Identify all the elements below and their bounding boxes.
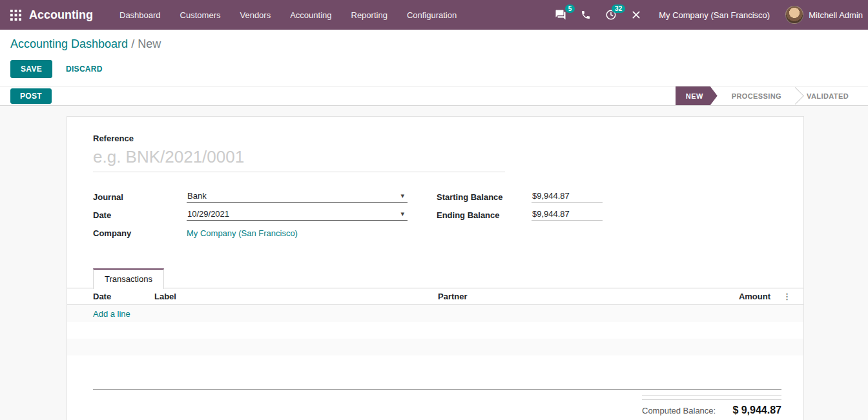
reference-input[interactable] [93, 145, 505, 172]
table-empty-space [67, 355, 803, 389]
activities-badge: 32 [612, 5, 625, 13]
date-value: 10/29/2021 [187, 209, 229, 219]
table-bottom-rule [93, 389, 781, 390]
form-sheet: Reference Journal Bank ▾ Date 10/29/2021… [67, 116, 804, 420]
optional-columns-toggle-icon[interactable]: ⋮ [770, 292, 803, 301]
navbar-right: 5 32 My Company [548, 0, 868, 30]
debug-tools-button[interactable] [624, 0, 648, 30]
empty-row [67, 339, 803, 355]
ending-balance-input[interactable]: $9,944.87 [532, 209, 603, 221]
breadcrumb: Accounting Dashboard / New [10, 37, 858, 51]
form-statusbar: POST NEW PROCESSING VALIDATED [0, 86, 868, 106]
user-menu[interactable]: Mitchell Admin [780, 6, 868, 24]
breadcrumb-parent-link[interactable]: Accounting Dashboard [10, 37, 128, 50]
post-button[interactable]: POST [10, 88, 52, 104]
column-header-partner[interactable]: Partner [438, 292, 696, 301]
form-view-container: Reference Journal Bank ▾ Date 10/29/2021… [0, 106, 868, 420]
main-menu: Dashboard Customers Vendors Accounting R… [110, 0, 466, 30]
starting-balance-label: Starting Balance [437, 192, 532, 202]
top-navbar: Accounting Dashboard Customers Vendors A… [0, 0, 868, 30]
tab-strip: Transactions [67, 268, 803, 288]
right-field-column: Starting Balance $9,944.87 Ending Balanc… [437, 188, 603, 242]
phone-icon [581, 10, 591, 20]
empty-row [67, 322, 803, 339]
transactions-table: Date Label Partner Amount ⋮ Add a line [67, 288, 803, 416]
menu-vendors[interactable]: Vendors [230, 0, 280, 30]
computed-balance-value: $ 9,944.87 [732, 405, 781, 416]
caret-down-icon: ▾ [400, 192, 404, 199]
status-pipeline: NEW PROCESSING VALIDATED [676, 86, 868, 105]
control-panel-buttons: SAVE DISCARD [10, 60, 858, 78]
journal-field-row: Journal Bank ▾ [93, 188, 437, 206]
status-step-processing[interactable]: PROCESSING [718, 86, 796, 105]
tools-icon [631, 10, 641, 20]
ending-balance-row: Ending Balance $9,944.87 [437, 206, 603, 224]
discard-button[interactable]: DISCARD [57, 60, 111, 78]
column-header-label[interactable]: Label [154, 292, 438, 301]
activities-button[interactable]: 32 [598, 0, 624, 30]
starting-balance-row: Starting Balance $9,944.87 [437, 188, 603, 206]
footer-rule [642, 399, 781, 400]
reference-field-group: Reference [93, 134, 781, 172]
menu-dashboard[interactable]: Dashboard [110, 0, 170, 30]
menu-customers[interactable]: Customers [170, 0, 231, 30]
app-name[interactable]: Accounting [29, 8, 93, 22]
table-header-row: Date Label Partner Amount ⋮ [67, 288, 803, 305]
user-name: Mitchell Admin [809, 10, 863, 20]
breadcrumb-separator: / [131, 37, 138, 50]
starting-balance-input[interactable]: $9,944.87 [532, 191, 603, 203]
menu-reporting[interactable]: Reporting [342, 0, 397, 30]
journal-select[interactable]: Bank ▾ [187, 191, 408, 203]
column-header-amount[interactable]: Amount [696, 292, 770, 301]
journal-value: Bank [187, 191, 207, 201]
date-label: Date [93, 210, 187, 220]
user-avatar [785, 6, 803, 24]
company-label: Company [93, 228, 187, 238]
tab-transactions[interactable]: Transactions [93, 268, 164, 289]
status-step-new[interactable]: NEW [676, 86, 718, 105]
save-button[interactable]: SAVE [10, 60, 52, 78]
table-footer: Computed Balance: $ 9,944.87 [642, 395, 781, 416]
left-field-column: Journal Bank ▾ Date 10/29/2021 ▾ Company… [93, 188, 437, 242]
company-field-row: Company My Company (San Francisco) [93, 224, 437, 242]
computed-balance-row: Computed Balance: $ 9,944.87 [642, 405, 781, 416]
date-field-row: Date 10/29/2021 ▾ [93, 206, 437, 224]
notebook: Transactions Date Label Partner Amount ⋮… [67, 268, 803, 416]
company-link[interactable]: My Company (San Francisco) [187, 228, 298, 238]
menu-accounting[interactable]: Accounting [280, 0, 341, 30]
add-a-line-link[interactable]: Add a line [67, 309, 130, 319]
chat-bubbles-icon [555, 9, 566, 21]
reference-label: Reference [93, 134, 781, 143]
add-line-row: Add a line [67, 305, 803, 322]
field-columns: Journal Bank ▾ Date 10/29/2021 ▾ Company… [93, 188, 781, 242]
caret-down-icon: ▾ [400, 210, 404, 217]
calls-button[interactable] [574, 0, 598, 30]
menu-configuration[interactable]: Configuration [397, 0, 466, 30]
apps-grid-icon [10, 10, 21, 21]
ending-balance-label: Ending Balance [437, 210, 532, 220]
journal-label: Journal [93, 192, 187, 202]
date-picker[interactable]: 10/29/2021 ▾ [187, 209, 408, 221]
footer-rule [642, 395, 781, 396]
column-header-date[interactable]: Date [67, 292, 154, 301]
apps-menu-button[interactable] [10, 10, 21, 21]
computed-balance-label: Computed Balance: [642, 406, 716, 415]
breadcrumb-current: New [138, 37, 161, 50]
control-panel: Accounting Dashboard / New SAVE DISCARD [0, 30, 868, 86]
company-switcher[interactable]: My Company (San Francisco) [648, 10, 780, 20]
messages-button[interactable]: 5 [548, 0, 574, 30]
